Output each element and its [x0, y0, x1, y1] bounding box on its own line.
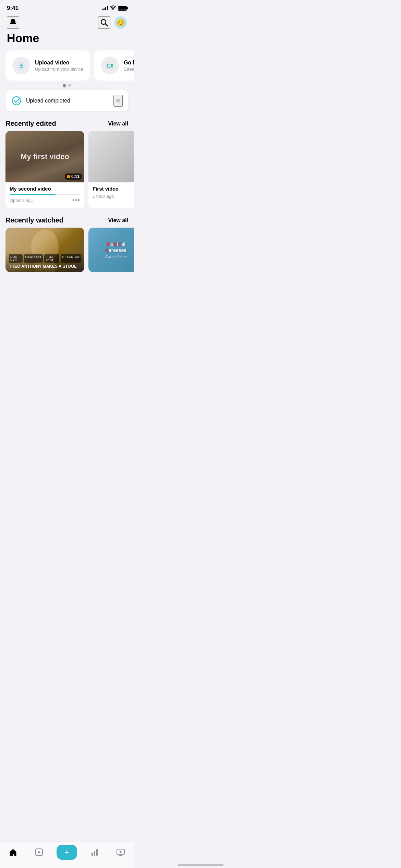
search-button[interactable]	[98, 16, 110, 29]
recently-watched-cards: DOC NYC NEW/NEXT FILM FEST IFFBOSTON THE…	[0, 228, 134, 279]
theo-card-title: THEO ANTHONY MAKES A STOOL	[9, 264, 81, 269]
page-title: Home	[7, 32, 127, 45]
go-live-subtitle: Stream a	[124, 67, 134, 72]
upload-icon-circle	[12, 57, 30, 74]
recently-watched-view-all[interactable]: View all	[108, 217, 128, 224]
first-video-thumb	[88, 131, 134, 182]
theo-anthony-card[interactable]: DOC NYC NEW/NEXT FILM FEST IFFBOSTON THE…	[5, 228, 84, 272]
wifi-icon	[110, 5, 116, 11]
dot-2	[68, 84, 71, 87]
upload-completed-banner: Upload completed ✕	[5, 90, 128, 111]
battery-icon	[118, 6, 127, 11]
recently-edited-view-all[interactable]: View all	[108, 121, 128, 127]
badge-filmfest: FILM FEST	[44, 254, 59, 263]
recently-edited-title: Recently edited	[5, 120, 56, 128]
svg-line-1	[106, 24, 108, 26]
video-thumb-text: My first video	[21, 152, 69, 161]
close-banner-button[interactable]: ✕	[113, 95, 123, 107]
recently-edited-header: Recently edited View all	[0, 117, 134, 131]
first-video-title: First video	[93, 186, 134, 192]
badge-iffboston: IFFBOSTON	[61, 254, 81, 263]
first-video-card[interactable]: First video 1 hour ago	[88, 131, 134, 208]
magical-title-overlay: MaGiCal Caresses	[105, 241, 126, 253]
upload-complete-icon	[11, 95, 22, 106]
svg-point-3	[105, 61, 115, 70]
upload-video-card[interactable]: Upload video Upload from your device	[5, 50, 90, 81]
magical-thumb: MaGiCal Caresses Sweet Jesus	[88, 228, 134, 272]
top-nav: 😊	[0, 14, 134, 30]
my-second-video-thumb: My first video 0:11	[5, 131, 84, 182]
badge-docnyc: DOC NYC	[9, 254, 23, 263]
video-card-title: My second video	[10, 186, 80, 192]
my-second-video-card[interactable]: My first video 0:11 My second video Opti…	[5, 131, 84, 208]
upload-video-subtitle: Upload from your device	[35, 67, 83, 72]
upload-completed-text: Upload completed	[26, 98, 109, 104]
status-icons	[102, 5, 127, 11]
dot-1	[63, 84, 66, 87]
page-title-section: Home	[0, 30, 134, 50]
duration-badge: 0:11	[65, 173, 82, 180]
go-live-icon-circle	[101, 57, 119, 74]
action-cards-row: Upload video Upload from your device Go …	[0, 50, 134, 81]
first-video-status: 1 hour ago	[93, 194, 134, 199]
status-time: 9:41	[7, 5, 19, 12]
badge-newnext: NEW/NEXT	[24, 254, 43, 263]
progress-bar-fill	[10, 194, 56, 195]
go-live-card[interactable]: Go live Stream a	[94, 50, 134, 81]
video-status: Optimizing...	[10, 198, 34, 203]
magical-caresses-card[interactable]: MaGiCal Caresses Sweet Jesus	[88, 228, 134, 272]
progress-bar	[10, 194, 80, 195]
go-live-title: Go live	[124, 60, 134, 66]
bell-icon	[9, 18, 17, 27]
status-bar: 9:41	[0, 0, 134, 14]
signal-bars-icon	[102, 6, 108, 10]
festival-badges: DOC NYC NEW/NEXT FILM FEST IFFBOSTON	[9, 254, 81, 263]
magical-subtitle-overlay: Sweet Jesus	[105, 255, 126, 259]
recently-edited-cards: My first video 0:11 My second video Opti…	[0, 131, 134, 214]
search-icon	[100, 19, 108, 27]
carousel-dots	[0, 81, 134, 90]
upload-video-title: Upload video	[35, 60, 83, 66]
avatar[interactable]: 😊	[114, 16, 127, 29]
recently-watched-title: Recently watched	[5, 216, 63, 224]
notification-button[interactable]	[7, 16, 19, 29]
nav-right: 😊	[98, 16, 127, 29]
video-camera-icon	[105, 61, 115, 70]
bottom-spacer	[0, 279, 134, 310]
recently-watched-header: Recently watched View all	[0, 214, 134, 228]
cloud-upload-icon	[16, 61, 26, 70]
more-options-button[interactable]: •••	[73, 197, 80, 204]
